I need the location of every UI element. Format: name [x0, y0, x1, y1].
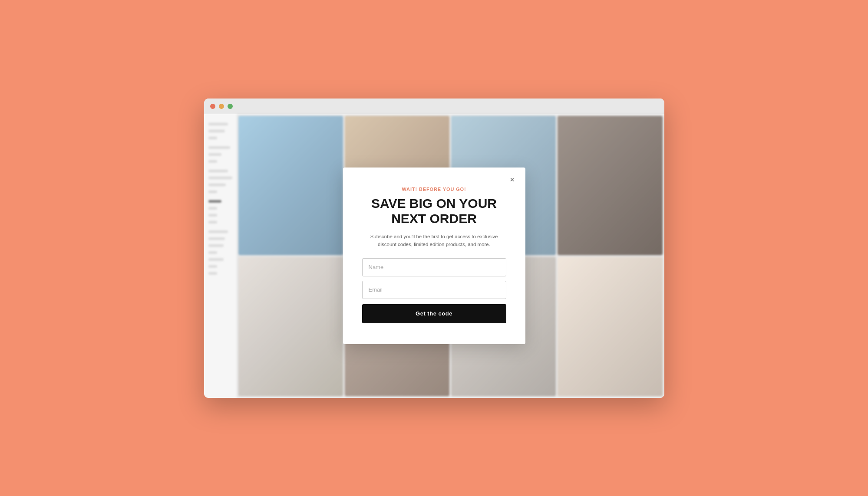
browser-dot-close[interactable]	[210, 104, 215, 109]
name-input[interactable]	[362, 258, 506, 276]
browser-dot-minimize[interactable]	[219, 104, 224, 109]
browser-dot-maximize[interactable]	[228, 104, 233, 109]
modal-subtitle: WAIT! BEFORE YOU GO!	[362, 187, 506, 192]
browser-titlebar	[204, 99, 664, 114]
email-input[interactable]	[362, 281, 506, 299]
modal-dialog: × WAIT! BEFORE YOU GO! SAVE BIG ON YOUR …	[343, 168, 525, 344]
modal-title: SAVE BIG ON YOUR NEXT ORDER	[362, 196, 506, 226]
browser-window: × WAIT! BEFORE YOU GO! SAVE BIG ON YOUR …	[204, 99, 664, 398]
modal-overlay: × WAIT! BEFORE YOU GO! SAVE BIG ON YOUR …	[204, 114, 664, 398]
get-code-button[interactable]: Get the code	[362, 304, 506, 323]
modal-close-button[interactable]: ×	[506, 174, 518, 186]
modal-description: Subscribe and you'll be the first to get…	[362, 233, 506, 249]
